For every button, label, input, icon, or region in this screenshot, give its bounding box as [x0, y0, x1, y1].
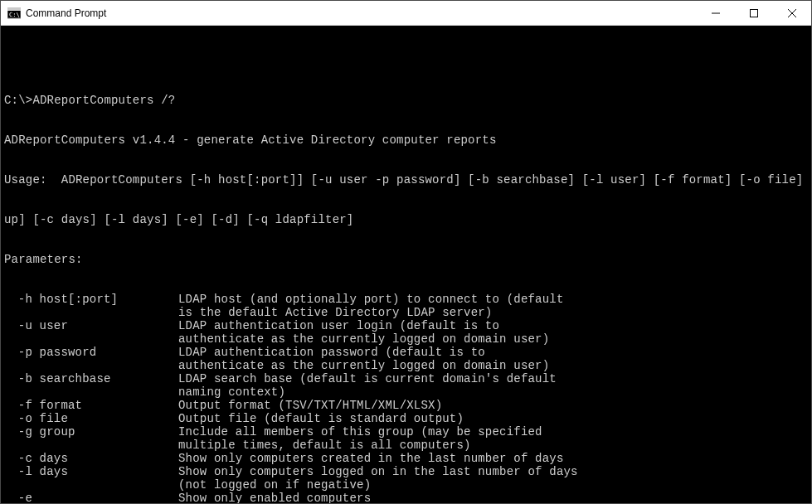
param-row: authenticate as the currently logged on … — [4, 359, 808, 372]
param-row: authenticate as the currently logged on … — [4, 332, 808, 346]
param-row: is the default Active Directory LDAP ser… — [4, 306, 808, 319]
command-text: ADReportComputers /? — [32, 94, 175, 107]
param-indent — [4, 439, 18, 452]
param-row: -p passwordLDAP authentication password … — [4, 346, 808, 359]
param-description: LDAP host (and optionally port) to conne… — [178, 293, 808, 306]
param-row: -g groupInclude all members of this grou… — [4, 425, 808, 439]
param-description: Output format (TSV/TXT/HTML/XML/XLSX) — [178, 399, 808, 412]
terminal-output[interactable]: C:\>ADReportComputers /? ADReportCompute… — [1, 26, 811, 503]
param-indent — [4, 319, 18, 332]
param-row: (not logged on if negative) — [4, 478, 808, 492]
param-flag — [18, 385, 178, 399]
window-title: Command Prompt — [26, 7, 697, 19]
output-usage-2: up] [-c days] [-l days] [-e] [-d] [-q ld… — [4, 213, 808, 226]
param-description: Output file (default is standard output) — [178, 412, 808, 425]
param-flag — [18, 359, 178, 372]
param-flag: -o file — [18, 412, 178, 425]
param-indent — [4, 372, 18, 385]
svg-rect-4 — [751, 9, 758, 17]
terminal-blank — [4, 54, 808, 67]
close-button[interactable] — [773, 1, 811, 25]
param-flag — [18, 439, 178, 452]
param-row: -u userLDAP authentication user login (d… — [4, 319, 808, 332]
minimize-icon — [712, 9, 720, 17]
parameters-list: -h host[:port]LDAP host (and optionally … — [4, 293, 808, 503]
command-line-1: C:\>ADReportComputers /? — [4, 94, 808, 107]
close-icon — [788, 9, 796, 17]
param-indent — [4, 492, 18, 503]
param-row: -h host[:port]LDAP host (and optionally … — [4, 293, 808, 306]
param-description: (not logged on if negative) — [178, 478, 808, 492]
param-description: authenticate as the currently logged on … — [178, 332, 808, 346]
param-description: Include all members of this group (may b… — [178, 425, 808, 439]
param-flag: -l days — [18, 465, 178, 478]
param-row: -l daysShow only computers logged on in … — [4, 465, 808, 478]
maximize-button[interactable] — [735, 1, 773, 25]
param-indent — [4, 293, 18, 306]
param-flag: -b searchbase — [18, 372, 178, 385]
param-flag — [18, 478, 178, 492]
param-indent — [4, 412, 18, 425]
titlebar[interactable]: C:\ Command Prompt — [1, 1, 811, 26]
param-flag: -e — [18, 492, 178, 503]
param-description: naming context) — [178, 385, 808, 399]
param-row: -eShow only enabled computers — [4, 492, 808, 503]
param-flag: -g group — [18, 425, 178, 439]
minimize-button[interactable] — [697, 1, 735, 25]
param-description: Show only enabled computers — [178, 492, 808, 503]
param-indent — [4, 465, 18, 478]
cmd-icon: C:\ — [7, 7, 21, 20]
param-description: is the default Active Directory LDAP ser… — [178, 306, 808, 319]
param-description: Show only computers created in the last … — [178, 452, 808, 465]
output-parameters-label: Parameters: — [4, 253, 808, 266]
param-description: LDAP search base (default is current dom… — [178, 372, 808, 385]
param-indent — [4, 478, 18, 492]
command-prompt-window: C:\ Command Prompt — [0, 0, 812, 504]
param-indent — [4, 346, 18, 359]
param-indent — [4, 359, 18, 372]
param-description: LDAP authentication password (default is… — [178, 346, 808, 359]
param-flag: -u user — [18, 319, 178, 332]
param-row: -c daysShow only computers created in th… — [4, 452, 808, 465]
param-indent — [4, 452, 18, 465]
param-flag: -p password — [18, 346, 178, 359]
param-indent — [4, 332, 18, 346]
window-controls — [697, 1, 811, 25]
param-row: multiple times, default is all computers… — [4, 439, 808, 452]
output-usage-1: Usage: ADReportComputers [-h host[:port]… — [4, 173, 808, 187]
param-row: -f formatOutput format (TSV/TXT/HTML/XML… — [4, 399, 808, 412]
param-description: Show only computers logged on in the las… — [178, 465, 808, 478]
param-row: -b searchbaseLDAP search base (default i… — [4, 372, 808, 385]
maximize-icon — [750, 9, 758, 17]
param-flag — [18, 332, 178, 346]
param-row: naming context) — [4, 385, 808, 399]
param-description: authenticate as the currently logged on … — [178, 359, 808, 372]
param-indent — [4, 385, 18, 399]
svg-text:C:\: C:\ — [9, 12, 20, 18]
param-indent — [4, 425, 18, 439]
prompt: C:\> — [4, 94, 32, 107]
param-row: -o fileOutput file (default is standard … — [4, 412, 808, 425]
param-flag: -c days — [18, 452, 178, 465]
param-flag — [18, 306, 178, 319]
param-flag: -h host[:port] — [18, 293, 178, 306]
param-description: multiple times, default is all computers… — [178, 439, 808, 452]
param-flag: -f format — [18, 399, 178, 412]
param-description: LDAP authentication user login (default … — [178, 319, 808, 332]
output-header: ADReportComputers v1.4.4 - generate Acti… — [4, 133, 808, 147]
param-indent — [4, 399, 18, 412]
svg-rect-1 — [7, 8, 21, 11]
param-indent — [4, 306, 18, 319]
